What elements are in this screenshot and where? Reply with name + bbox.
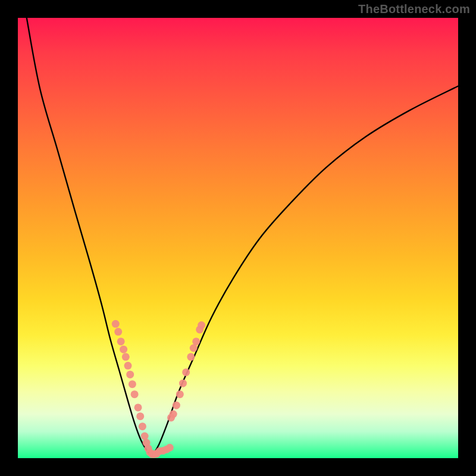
scatter-point (120, 346, 127, 353)
scatter-point (182, 368, 190, 376)
scatter-point (131, 390, 139, 398)
scatter-point (170, 411, 177, 418)
scatter-point (117, 337, 125, 345)
curve-right-branch (152, 86, 458, 456)
scatter-point (176, 390, 184, 398)
scatter-point (114, 328, 122, 336)
scatter-point (129, 380, 136, 388)
scatter-point (136, 412, 144, 420)
scatter-point (190, 345, 198, 352)
curve-left-branch (27, 18, 152, 456)
scatter-group (112, 320, 205, 458)
scatter-point (173, 402, 180, 409)
scatter-point (139, 422, 146, 430)
scatter-point (141, 433, 149, 440)
scatter-point (192, 337, 200, 345)
scatter-point (134, 403, 142, 411)
scatter-point (198, 321, 205, 329)
chart-svg (18, 18, 458, 458)
scatter-point (124, 362, 132, 369)
watermark-text: TheBottleneck.com (358, 2, 470, 16)
scatter-point (187, 353, 195, 361)
scatter-point (166, 444, 174, 452)
chart-container: TheBottleneck.com (0, 0, 476, 476)
curve-group (27, 18, 458, 456)
plot-area (18, 18, 458, 458)
scatter-point (126, 371, 134, 378)
scatter-point (112, 320, 120, 328)
scatter-point (122, 353, 130, 361)
scatter-point (179, 380, 187, 387)
